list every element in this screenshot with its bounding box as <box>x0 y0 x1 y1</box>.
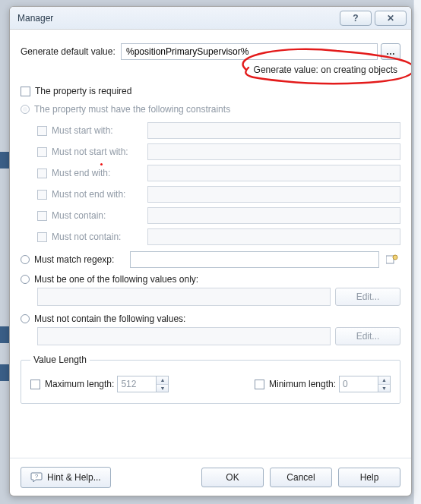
svg-point-1 <box>393 255 397 260</box>
must-contain-checkbox[interactable] <box>37 211 47 221</box>
must-contain-input[interactable] <box>147 207 400 224</box>
min-length-field: Minimum length: ▲▼ <box>255 376 391 392</box>
must-not-contain-input[interactable] <box>147 228 400 245</box>
not-contain-values-edit-row: Edit... <box>37 327 400 345</box>
must-end-with-label: Must end with: <box>52 168 147 178</box>
must-not-end-with-row: Must not end with: <box>37 186 400 203</box>
not-contain-values-radio[interactable] <box>21 314 30 323</box>
dialog-footer: ? Hint & Help... OK Cancel Help <box>10 458 411 496</box>
min-length-input[interactable] <box>339 376 378 392</box>
ellipsis-icon: … <box>386 46 395 57</box>
constraints-radio[interactable] <box>21 105 30 114</box>
value-length-group: Value Length Maximum length: ▲▼ Minimum … <box>21 354 400 404</box>
must-not-end-with-label: Must not end with: <box>52 189 147 200</box>
must-not-start-with-label: Must not start with: <box>52 146 147 157</box>
must-not-start-with-input[interactable] <box>147 143 400 160</box>
hint-help-label: Hint & Help... <box>47 472 101 483</box>
generate-default-input[interactable] <box>121 43 378 60</box>
max-length-input[interactable] <box>117 376 157 392</box>
value-length-row: Maximum length: ▲▼ Minimum length: ▲▼ <box>30 376 391 392</box>
not-contain-values-input[interactable] <box>37 327 331 345</box>
help-button[interactable]: Help <box>338 468 400 487</box>
browse-button[interactable]: … <box>381 43 400 60</box>
dialog-window: Manager ? ✕ Generate default value: … Ge… <box>9 6 412 496</box>
svg-rect-0 <box>386 256 394 263</box>
generate-note: Generate value: on creating objects <box>254 65 400 75</box>
one-of-label: Must be one of the following values only… <box>34 274 198 285</box>
must-not-end-with-input[interactable] <box>147 186 400 203</box>
must-start-with-checkbox[interactable] <box>37 126 47 136</box>
red-dot-annotation <box>100 163 103 165</box>
help-icon: ? <box>353 13 358 24</box>
regexp-helper-button[interactable] <box>384 251 400 268</box>
one-of-input[interactable] <box>37 288 331 306</box>
hint-help-button[interactable]: ? Hint & Help... <box>21 467 111 488</box>
must-not-contain-row: Must not contain: <box>37 228 400 245</box>
min-length-label: Minimum length: <box>269 379 336 389</box>
must-not-start-with-checkbox[interactable] <box>37 147 47 157</box>
speech-bubble-icon: ? <box>30 472 43 483</box>
chevron-down-icon: ▼ <box>157 384 168 392</box>
max-length-label: Maximum length: <box>45 379 114 389</box>
required-row: The property is required <box>21 86 400 96</box>
must-start-with-row: Must start with: <box>37 122 400 139</box>
required-label: The property is required <box>35 86 131 96</box>
regexp-label: Must match regexp: <box>34 254 130 265</box>
chevron-down-icon: ▼ <box>378 384 390 392</box>
window-title: Manager <box>17 13 337 24</box>
ok-button[interactable]: OK <box>201 468 264 487</box>
not-contain-values-edit-button[interactable]: Edit... <box>335 327 400 345</box>
regex-icon <box>386 254 398 265</box>
must-not-end-with-checkbox[interactable] <box>37 190 47 200</box>
must-end-with-input[interactable] <box>147 165 400 181</box>
min-length-arrows[interactable]: ▲▼ <box>378 376 391 392</box>
generate-default-label: Generate default value: <box>21 46 121 57</box>
generate-default-row: Generate default value: … <box>21 43 400 60</box>
cancel-button[interactable]: Cancel <box>270 468 332 487</box>
max-length-spinner[interactable]: ▲▼ <box>117 376 169 392</box>
must-contain-row: Must contain: <box>37 207 400 224</box>
max-length-checkbox[interactable] <box>30 380 40 389</box>
constraints-label: The property must have the following con… <box>34 104 230 115</box>
must-contain-label: Must contain: <box>52 210 147 221</box>
constraints-row: The property must have the following con… <box>21 104 400 115</box>
must-end-with-row: Must end with: <box>37 165 400 181</box>
must-start-with-label: Must start with: <box>52 125 147 136</box>
not-contain-values-label: Must not contain the following values: <box>34 313 185 324</box>
must-not-contain-label: Must not contain: <box>52 232 147 242</box>
regexp-input[interactable] <box>130 251 379 268</box>
generate-note-row: Generate value: on creating objects <box>21 65 400 75</box>
chevron-up-icon: ▲ <box>157 376 168 384</box>
constraint-list: Must start with: Must not start with: Mu… <box>37 122 400 245</box>
required-checkbox[interactable] <box>21 87 30 96</box>
min-length-checkbox[interactable] <box>255 380 264 389</box>
titlebar-close-button[interactable]: ✕ <box>375 11 407 26</box>
chevron-up-icon: ▲ <box>378 376 390 384</box>
must-start-with-input[interactable] <box>147 122 400 139</box>
value-length-legend: Value Length <box>30 354 90 365</box>
max-length-field: Maximum length: ▲▼ <box>30 376 169 392</box>
one-of-row: Must be one of the following values only… <box>21 274 400 285</box>
titlebar-help-button[interactable]: ? <box>340 11 372 26</box>
regexp-row: Must match regexp: <box>21 251 400 268</box>
one-of-edit-button[interactable]: Edit... <box>335 288 400 306</box>
one-of-edit-row: Edit... <box>37 288 400 306</box>
not-contain-values-row: Must not contain the following values: <box>21 313 400 324</box>
regexp-radio[interactable] <box>21 255 30 264</box>
must-not-contain-checkbox[interactable] <box>37 232 47 242</box>
titlebar: Manager ? ✕ <box>10 7 411 30</box>
close-icon: ✕ <box>387 13 394 24</box>
svg-text:?: ? <box>35 473 39 480</box>
dialog-content: Generate default value: … Generate value… <box>10 30 411 424</box>
max-length-arrows[interactable]: ▲▼ <box>157 376 169 392</box>
must-end-with-checkbox[interactable] <box>37 169 47 178</box>
must-not-start-with-row: Must not start with: <box>37 143 400 160</box>
min-length-spinner[interactable]: ▲▼ <box>339 376 391 392</box>
one-of-radio[interactable] <box>21 275 30 284</box>
